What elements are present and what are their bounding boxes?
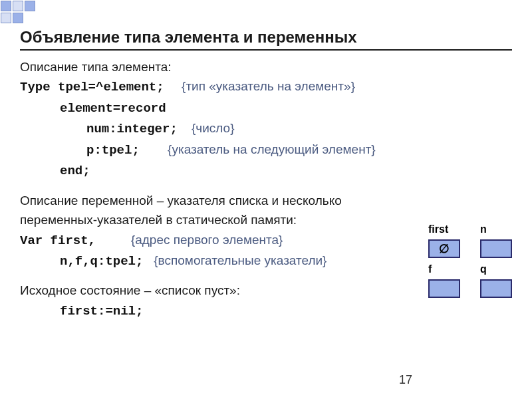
corner-decoration bbox=[0, 0, 53, 19]
code-line-2: element=record bbox=[20, 98, 512, 118]
box-f bbox=[428, 279, 460, 298]
code-text: end; bbox=[60, 164, 90, 178]
code-comment: {число} bbox=[192, 121, 235, 135]
slide-title: Объявление типа элемента и переменных bbox=[20, 28, 512, 51]
code-line-3: num:integer; {число} bbox=[20, 118, 512, 139]
code-comment: {тип «указатель на элемент»} bbox=[182, 79, 355, 93]
box-label-first: first bbox=[428, 223, 468, 235]
code-comment: {вспомогательные указатели} bbox=[154, 253, 327, 267]
diagram-row-boxes-2 bbox=[428, 279, 513, 298]
box-label-q: q bbox=[468, 263, 513, 275]
init-line: first:=nil; bbox=[20, 301, 512, 321]
empty-set-icon: ∅ bbox=[439, 241, 450, 256]
var-description-label: Описание переменной – указателя списка и… bbox=[20, 191, 372, 230]
page-number: 17 bbox=[399, 373, 412, 387]
code-text: element=record bbox=[60, 101, 166, 116]
code-text: n,f,q:tpel; bbox=[60, 254, 143, 269]
code-line-1: Type tpel=^element; {тип «указатель на э… bbox=[20, 76, 512, 97]
code-text: p:tpel; bbox=[86, 143, 140, 158]
diagram-row-2: f q bbox=[428, 263, 513, 275]
code-text: Var first, bbox=[20, 233, 96, 248]
box-label-n: n bbox=[468, 223, 513, 235]
code-comment: {указатель на следующий элемент} bbox=[168, 142, 376, 156]
diagram-row-1: first n bbox=[428, 223, 513, 235]
code-comment: {адрес первого элемента} bbox=[131, 233, 283, 247]
code-text: first:=nil; bbox=[60, 304, 143, 319]
box-first: ∅ bbox=[428, 239, 460, 258]
box-label-f: f bbox=[428, 263, 468, 275]
code-text: num:integer; bbox=[86, 122, 178, 136]
code-line-5: end; bbox=[20, 160, 512, 181]
code-line-4: p:tpel; {указатель на следующий элемент} bbox=[20, 140, 512, 160]
diagram-row-boxes-1: ∅ bbox=[428, 239, 513, 258]
type-description-label: Описание типа элемента: bbox=[20, 57, 512, 76]
memory-diagram: first n ∅ f q bbox=[428, 223, 513, 302]
code-text: Type tpel=^element; bbox=[20, 80, 164, 94]
box-n bbox=[480, 239, 512, 258]
box-q bbox=[480, 279, 512, 298]
